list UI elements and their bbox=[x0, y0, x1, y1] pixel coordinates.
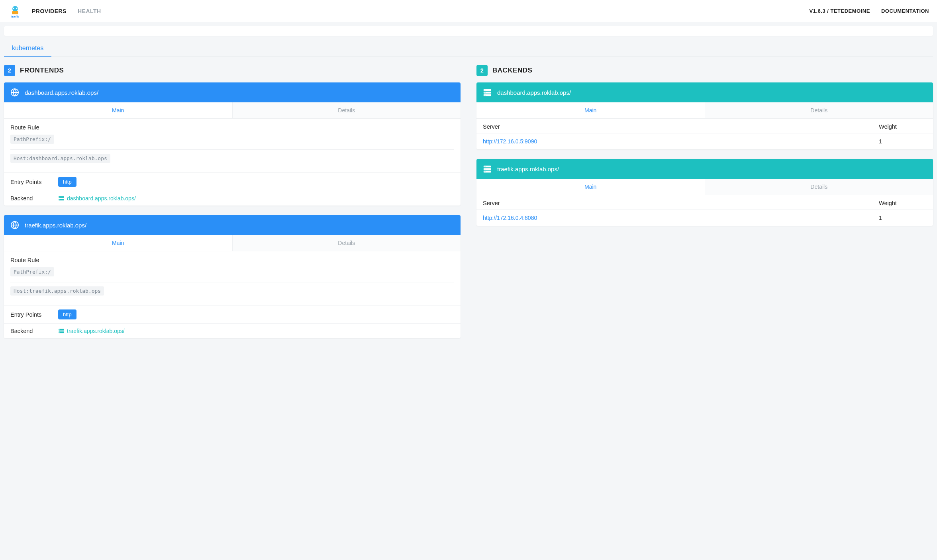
server-icon bbox=[58, 328, 65, 334]
entry-point-badge: http bbox=[58, 177, 76, 187]
tab-main[interactable]: Main bbox=[476, 179, 705, 195]
svg-point-14 bbox=[59, 332, 60, 333]
route-rule-chip: PathPrefix:/ bbox=[10, 267, 54, 276]
backend-card-header: traefik.apps.roklab.ops/ bbox=[476, 159, 933, 179]
svg-rect-6 bbox=[59, 196, 64, 198]
filter-box bbox=[4, 26, 933, 36]
backend-link[interactable]: traefik.apps.roklab.ops/ bbox=[58, 328, 125, 334]
frontends-column: 2 FRONTENDS dashboard.apps.roklab.ops/ M… bbox=[4, 65, 461, 348]
frontend-card-header: traefik.apps.roklab.ops/ bbox=[4, 215, 461, 235]
route-rule-chip: PathPrefix:/ bbox=[10, 135, 54, 144]
globe-icon bbox=[10, 88, 19, 97]
svg-point-25 bbox=[485, 169, 486, 170]
route-rule-label: Route Rule bbox=[10, 257, 454, 263]
nav-left: PROVIDERS HEALTH bbox=[32, 8, 101, 14]
backends-count-badge: 2 bbox=[476, 65, 488, 76]
svg-rect-11 bbox=[59, 329, 64, 331]
backend-card: dashboard.apps.roklab.ops/ Main Details … bbox=[476, 82, 933, 149]
provider-tabs: kubernetes bbox=[4, 41, 933, 57]
svg-point-13 bbox=[59, 329, 60, 330]
nav-right: V1.6.3 / TETEDEMOINE DOCUMENTATION bbox=[810, 8, 929, 14]
frontend-card-header: dashboard.apps.roklab.ops/ bbox=[4, 82, 461, 102]
server-url-link[interactable]: http://172.16.0.4:8080 bbox=[483, 215, 537, 221]
backend-link[interactable]: dashboard.apps.roklab.ops/ bbox=[58, 195, 136, 202]
server-col-header: Server bbox=[483, 200, 879, 206]
backend-card: traefik.apps.roklab.ops/ Main Details Se… bbox=[476, 159, 933, 226]
entry-point-badge: http bbox=[58, 309, 76, 319]
svg-point-8 bbox=[59, 197, 60, 197]
tab-main[interactable]: Main bbox=[4, 102, 233, 118]
backend-name: dashboard.apps.roklab.ops/ bbox=[497, 89, 571, 96]
svg-point-9 bbox=[59, 200, 60, 200]
entry-points-label: Entry Points bbox=[10, 311, 58, 318]
backend-name: traefik.apps.roklab.ops/ bbox=[497, 166, 559, 172]
server-weight: 1 bbox=[879, 215, 927, 221]
frontend-name: traefik.apps.roklab.ops/ bbox=[25, 222, 86, 229]
tab-main[interactable]: Main bbox=[4, 235, 233, 251]
nav-providers[interactable]: PROVIDERS bbox=[32, 8, 67, 14]
backend-label: Backend bbox=[10, 328, 58, 334]
version-label[interactable]: V1.6.3 / TETEDEMOINE bbox=[810, 8, 870, 14]
svg-point-20 bbox=[485, 95, 486, 96]
tab-details[interactable]: Details bbox=[705, 102, 933, 118]
server-row: http://172.16.0.4:8080 1 bbox=[476, 210, 933, 226]
server-weight: 1 bbox=[879, 138, 927, 145]
svg-point-18 bbox=[485, 90, 486, 90]
svg-rect-1 bbox=[12, 11, 18, 14]
globe-icon bbox=[10, 221, 19, 229]
route-rule-chip: Host:traefik.apps.roklab.ops bbox=[10, 286, 104, 296]
svg-point-26 bbox=[485, 171, 486, 172]
entry-points-label: Entry Points bbox=[10, 179, 58, 185]
svg-point-2 bbox=[13, 8, 14, 9]
server-icon bbox=[483, 88, 492, 97]
backends-column: 2 BACKENDS dashboard.apps.roklab.ops/ Ma… bbox=[476, 65, 933, 348]
server-icon bbox=[58, 195, 65, 202]
server-icon bbox=[483, 164, 492, 173]
provider-tab-kubernetes[interactable]: kubernetes bbox=[4, 41, 51, 57]
tab-details[interactable]: Details bbox=[705, 179, 933, 195]
tab-details[interactable]: Details bbox=[233, 235, 461, 251]
weight-col-header: Weight bbox=[879, 123, 927, 130]
backend-label: Backend bbox=[10, 195, 58, 202]
backend-card-header: dashboard.apps.roklab.ops/ bbox=[476, 82, 933, 102]
weight-col-header: Weight bbox=[879, 200, 927, 206]
frontends-count-badge: 2 bbox=[4, 65, 15, 76]
frontend-name: dashboard.apps.roklab.ops/ bbox=[25, 89, 98, 96]
backends-title: BACKENDS bbox=[492, 67, 532, 74]
nav-health[interactable]: HEALTH bbox=[78, 8, 101, 14]
svg-point-24 bbox=[485, 166, 486, 167]
frontends-title: FRONTENDS bbox=[20, 67, 64, 74]
svg-point-3 bbox=[16, 8, 18, 9]
server-row: http://172.16.0.5:9090 1 bbox=[476, 133, 933, 149]
navbar: træfik PROVIDERS HEALTH V1.6.3 / TETEDEM… bbox=[0, 0, 937, 22]
frontend-card: traefik.apps.roklab.ops/ Main Details Ro… bbox=[4, 215, 461, 338]
svg-rect-12 bbox=[59, 331, 64, 333]
documentation-link[interactable]: DOCUMENTATION bbox=[881, 8, 929, 14]
route-rule-chip: Host:dashboard.apps.roklab.ops bbox=[10, 154, 110, 163]
traefik-logo: træfik bbox=[8, 4, 22, 18]
svg-text:træfik: træfik bbox=[11, 15, 19, 18]
server-url-link[interactable]: http://172.16.0.5:9090 bbox=[483, 138, 537, 145]
svg-rect-7 bbox=[59, 199, 64, 200]
route-rule-label: Route Rule bbox=[10, 124, 454, 131]
tab-details[interactable]: Details bbox=[233, 102, 461, 118]
tab-main[interactable]: Main bbox=[476, 102, 705, 118]
svg-point-19 bbox=[485, 92, 486, 93]
frontend-card: dashboard.apps.roklab.ops/ Main Details … bbox=[4, 82, 461, 206]
server-col-header: Server bbox=[483, 123, 879, 130]
